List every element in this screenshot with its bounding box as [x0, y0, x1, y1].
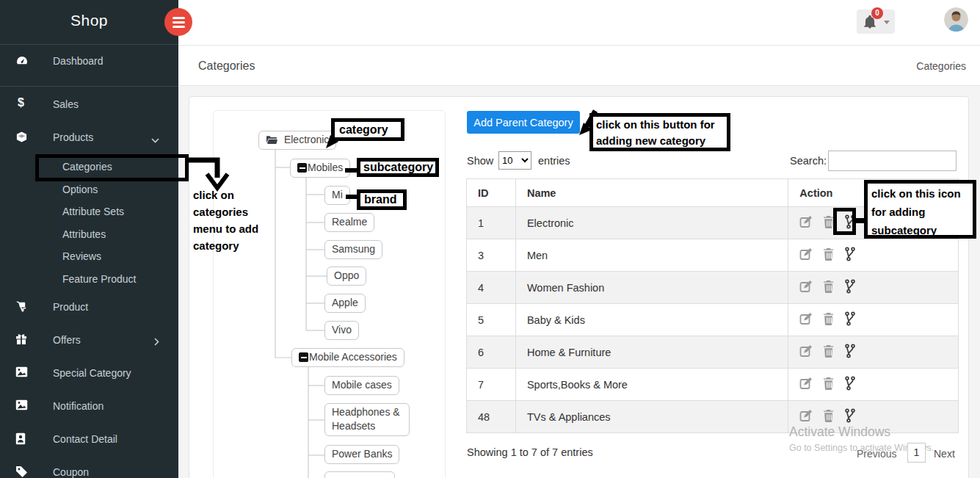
tree-node-apple[interactable]: Apple	[324, 294, 366, 313]
annotation-box-branch-icon	[833, 208, 856, 235]
trash-icon[interactable]	[823, 344, 835, 361]
sidebar-item-special-category[interactable]: Special Category	[0, 365, 178, 384]
table-body: 1 Electronic 3 Men	[467, 207, 959, 433]
gift-icon	[15, 333, 29, 347]
tree-node-oppo[interactable]: Oppo	[327, 267, 366, 286]
tree-node-power-banks[interactable]: Power Banks	[324, 445, 399, 464]
sidebar-item-coupon[interactable]: Coupon	[0, 464, 178, 478]
edit-icon[interactable]	[799, 409, 813, 425]
branch-icon[interactable]	[844, 408, 856, 425]
branch-icon[interactable]	[844, 344, 856, 361]
cell-action	[788, 304, 959, 336]
annotation-connector	[346, 195, 357, 199]
entries-label: entries	[538, 155, 570, 167]
annotation-brand-label: brand	[357, 189, 407, 210]
watermark-line1: Activate Windows	[789, 424, 890, 440]
edit-icon[interactable]	[799, 215, 813, 231]
tree-node-mobile-cases[interactable]: Mobile cases	[324, 376, 399, 395]
annotation-add-button-text: click on this button for adding new cate…	[589, 113, 730, 151]
app-title: Shop	[0, 12, 178, 29]
sidebar-item-notification[interactable]: Notification	[0, 398, 178, 417]
trash-icon[interactable]	[823, 247, 835, 264]
notification-badge: 0	[871, 7, 883, 19]
image-icon	[15, 399, 29, 413]
annotation-connector	[345, 168, 357, 173]
edit-icon[interactable]	[799, 344, 813, 361]
pagination-previous[interactable]: Previous	[857, 448, 896, 460]
pagination-page-1[interactable]: 1	[907, 443, 926, 463]
dashboard-icon	[15, 54, 29, 68]
table-row: 6 Home & Furniture	[467, 336, 959, 369]
annotation-connector	[856, 218, 864, 223]
sidebar-item-reviews[interactable]: Reviews	[0, 248, 178, 267]
tree-node-mobiles[interactable]: Mobiles	[290, 159, 350, 178]
tree-node-partial[interactable]	[324, 471, 395, 478]
user-avatar[interactable]	[944, 7, 968, 32]
table-row: 7 Sports,Books & More	[467, 369, 959, 401]
edit-icon[interactable]	[799, 247, 813, 264]
sidebar-item-products[interactable]: Products	[0, 129, 178, 148]
edit-icon[interactable]	[799, 377, 813, 393]
cell-id: 3	[467, 239, 516, 272]
branch-icon[interactable]	[844, 376, 856, 393]
tree-node-vivo[interactable]: Vivo	[324, 321, 359, 340]
cell-id: 7	[467, 369, 516, 401]
pagination-next[interactable]: Next	[934, 448, 955, 460]
cell-id: 48	[467, 401, 516, 433]
tag-icon	[15, 466, 29, 478]
column-header-name[interactable]: Name	[515, 179, 788, 207]
sidebar-item-attribute-sets[interactable]: Attribute Sets	[0, 203, 178, 222]
cell-id: 6	[467, 336, 516, 369]
search-input[interactable]	[828, 151, 957, 171]
branch-icon[interactable]	[844, 311, 856, 328]
trash-icon[interactable]	[823, 409, 835, 425]
branch-icon[interactable]	[844, 279, 856, 296]
chevron-down-icon	[151, 134, 159, 145]
sidebar-item-sales[interactable]: $ Sales	[0, 96, 178, 115]
folder-open-icon	[266, 135, 277, 145]
cell-id: 4	[467, 272, 516, 304]
trash-icon[interactable]	[823, 312, 835, 328]
branch-icon[interactable]	[844, 247, 856, 264]
add-parent-category-button[interactable]: Add Parent Category	[467, 111, 580, 134]
sidebar: Shop Dashboard $ Sales Products Categori…	[0, 0, 178, 478]
cell-action	[788, 336, 959, 369]
page-size-select[interactable]: 10	[498, 151, 531, 170]
trash-icon[interactable]	[823, 280, 835, 296]
cell-name: TVs & Appliances	[515, 401, 788, 433]
cell-id: 1	[467, 207, 516, 239]
edit-icon[interactable]	[799, 280, 813, 296]
sidebar-item-attributes[interactable]: Attributes	[0, 226, 178, 245]
notifications-button[interactable]: 0	[857, 10, 895, 34]
table-row: 4 Women Fashion	[467, 272, 959, 304]
edit-icon[interactable]	[799, 312, 813, 328]
sidebar-item-contact-detail[interactable]: Contact Detail	[0, 431, 178, 450]
cell-name: Home & Furniture	[515, 336, 788, 369]
minus-square-icon[interactable]	[297, 163, 307, 173]
annotation-subcategory-label: subcategory	[357, 158, 439, 177]
sidebar-item-dashboard[interactable]: Dashboard	[0, 53, 178, 72]
annotation-subcategory-icon-text: click on this icon for adding subcategor…	[864, 180, 976, 239]
dollar-icon: $	[18, 96, 31, 109]
sidebar-item-product[interactable]: Product	[0, 299, 178, 318]
tree-node-headphones-headsets[interactable]: Headphones & Headsets	[324, 403, 410, 436]
column-header-id[interactable]: ID	[467, 179, 516, 207]
sidebar-item-feature-product[interactable]: Feature Product	[0, 271, 178, 290]
dolly-icon	[15, 300, 29, 314]
minus-square-icon[interactable]	[299, 352, 308, 362]
tree-node-samsung[interactable]: Samsung	[324, 240, 382, 259]
tree-node-mobile-accessories[interactable]: Mobile Accessories	[291, 348, 404, 367]
show-label: Show	[467, 155, 493, 167]
cell-action	[788, 239, 959, 272]
chevron-right-icon	[153, 336, 159, 348]
cell-action	[788, 272, 959, 304]
cell-name: Men	[515, 239, 788, 272]
trash-icon[interactable]	[823, 377, 835, 393]
sidebar-item-offers[interactable]: Offers	[0, 332, 178, 351]
cell-name: Baby & Kids	[515, 304, 788, 336]
sidebar-toggle-button[interactable]	[164, 8, 192, 36]
cell-id: 5	[467, 304, 516, 336]
tree-node-realme[interactable]: Realme	[324, 213, 374, 232]
tree-node-electronic[interactable]: Electronic	[258, 131, 336, 150]
sidebar-item-options[interactable]: Options	[0, 181, 178, 200]
